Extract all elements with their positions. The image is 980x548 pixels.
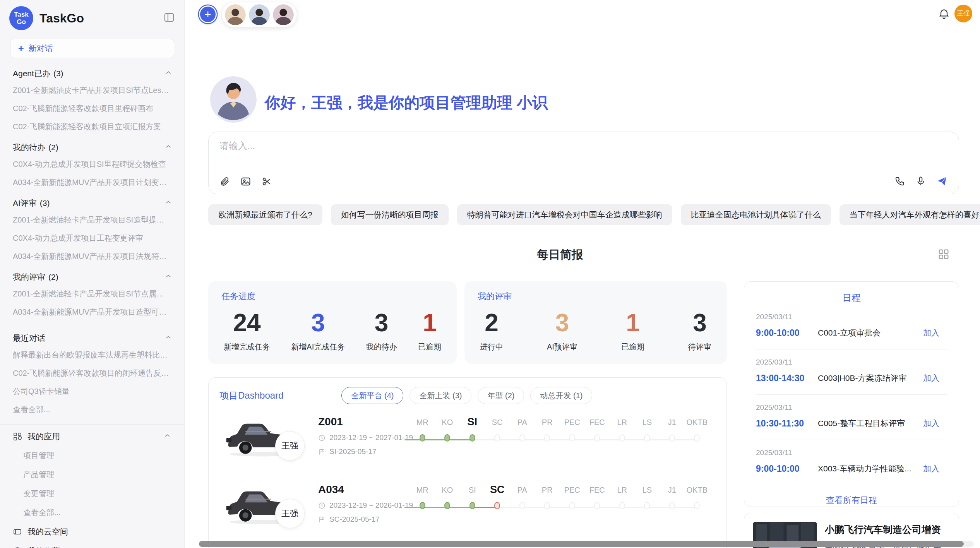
milestone-dot bbox=[619, 502, 625, 509]
sidebar-item-change-mgmt[interactable]: 变更管理 bbox=[0, 484, 184, 503]
sidebar-item-favorites[interactable]: 我的收藏 bbox=[0, 541, 184, 548]
milestone-dot bbox=[469, 434, 475, 442]
milestone-dot bbox=[569, 502, 575, 509]
scissors-icon[interactable] bbox=[261, 176, 272, 187]
chevron-up-icon[interactable] bbox=[164, 198, 173, 209]
chevron-up-icon[interactable] bbox=[164, 333, 173, 344]
milestone: OKTB bbox=[685, 483, 710, 511]
milestone: LR bbox=[610, 483, 635, 511]
chevron-up-icon[interactable] bbox=[164, 142, 173, 153]
suggestion-chip[interactable]: 特朗普可能对进口汽车增税会对中国车企造成哪些影响 bbox=[457, 204, 672, 225]
join-button[interactable]: 加入 bbox=[923, 418, 947, 429]
section-my-review[interactable]: 我的评审 (2) bbox=[0, 265, 184, 285]
tab-new-body[interactable]: 全新上装 (3) bbox=[409, 387, 471, 404]
stat-my-todo: 3我的待办 bbox=[366, 306, 397, 352]
milestone: PA bbox=[510, 416, 535, 443]
milestone: LR bbox=[610, 416, 635, 443]
assistant-avatar bbox=[210, 76, 257, 123]
suggestion-chip[interactable]: 比亚迪全固态电池计划具体说了什么 bbox=[681, 204, 831, 225]
image-icon[interactable] bbox=[240, 176, 251, 187]
sidebar-item-label: 我的应用 bbox=[27, 431, 60, 442]
list-item[interactable]: C0X4-动力总成开发项目SI里程碑提交物检查 bbox=[0, 155, 184, 173]
milestone-chain: MR KO SI SC PA PR PEC FEC LR LS J1 OKTB bbox=[410, 483, 712, 511]
sidebar-item-product-mgmt[interactable]: 产品管理 bbox=[0, 465, 184, 484]
list-item[interactable]: C02-飞腾新能源轻客改款项目里程碑画布 bbox=[0, 99, 184, 118]
list-item[interactable]: Z001-全新燃油轻卡产品开发项目SI造型提交物评审 bbox=[0, 211, 184, 229]
milestone: FEC bbox=[585, 483, 610, 511]
horizontal-scrollbar-thumb[interactable] bbox=[199, 541, 964, 547]
milestone: MR bbox=[410, 483, 435, 511]
horizontal-scrollbar-track[interactable] bbox=[199, 541, 974, 547]
list-item[interactable]: Z001-全新燃油皮卡产品开发项目SI节点Lesson Learn报告 bbox=[0, 81, 184, 99]
section-recent-chats[interactable]: 最近对话 bbox=[0, 327, 184, 346]
avatar[interactable] bbox=[273, 4, 294, 25]
section-agent-done[interactable]: Agent已办 (3) bbox=[0, 62, 184, 81]
stat-overdue: 1已逾期 bbox=[418, 306, 441, 352]
chat-input[interactable] bbox=[219, 140, 877, 167]
schedule-date: 2025/03/11 bbox=[756, 358, 947, 366]
attachment-icon[interactable] bbox=[219, 176, 230, 187]
chevron-up-icon[interactable] bbox=[164, 68, 173, 79]
send-icon[interactable] bbox=[936, 175, 948, 187]
list-item[interactable]: C02-飞腾新能源轻客改款项目立项汇报方案 bbox=[0, 118, 184, 136]
user-avatar-label: 王强 bbox=[957, 10, 970, 18]
milestone-chain: MR KO SI SC PA PR PEC FEC LR LS J1 OKTB bbox=[410, 416, 712, 443]
project-row[interactable]: 王强 Z001 2023-12-19 ~ 2027-01-19 SI-2025-… bbox=[209, 413, 727, 478]
milestone-dot bbox=[569, 434, 575, 442]
view-all-chats[interactable]: 查看全部... bbox=[0, 401, 184, 419]
list-item[interactable]: Z001-全新燃油轻卡产品开发项目SI节点属性5D文件评审 bbox=[0, 285, 184, 303]
milestone: PR bbox=[535, 483, 560, 511]
new-conversation-button[interactable]: + bbox=[199, 5, 217, 23]
chevron-up-icon[interactable] bbox=[164, 272, 173, 283]
milestone-dot bbox=[619, 434, 625, 442]
stat-ai-prereview: 3AI预评审 bbox=[547, 306, 577, 352]
join-button[interactable]: 加入 bbox=[923, 463, 947, 474]
phone-icon[interactable] bbox=[894, 176, 905, 187]
chevron-up-icon[interactable] bbox=[163, 432, 171, 442]
list-item[interactable]: A034-全新新能源MUV产品开发项目法规符合性评审 bbox=[0, 247, 184, 265]
star-badge-icon bbox=[13, 546, 22, 548]
tab-new-platform[interactable]: 全新平台 (4) bbox=[341, 387, 403, 404]
schedule-event-title: C001-立项审批会 bbox=[818, 327, 918, 338]
list-item[interactable]: C0X4-动力总成开发项目工程变更评审 bbox=[0, 229, 184, 247]
new-chat-button[interactable]: + 新对话 bbox=[10, 39, 174, 58]
project-row[interactable]: 王强 A034 2023-12-19 ~ 2026-01-19 SC-2025-… bbox=[209, 480, 727, 546]
schedule-date: 2025/03/11 bbox=[756, 403, 947, 412]
suggestion-chip[interactable]: 如何写一份清晰的项目周报 bbox=[331, 204, 449, 225]
milestone-dot bbox=[694, 434, 700, 442]
sidebar-collapse-icon[interactable] bbox=[163, 12, 175, 25]
apps-grid-icon bbox=[13, 432, 22, 441]
list-item[interactable]: A034-全新新能源MUV产品开发项目计划变更表编写 bbox=[0, 173, 184, 192]
sidebar-item-my-apps[interactable]: 我的应用 bbox=[0, 427, 184, 446]
view-all-schedule-link[interactable]: 查看所有日程 bbox=[744, 485, 959, 507]
sidebar-item-project-mgmt[interactable]: 项目管理 bbox=[0, 446, 184, 465]
sidebar-item-cloud-space[interactable]: 我的云空间 bbox=[0, 522, 184, 541]
join-button[interactable]: 加入 bbox=[923, 327, 947, 338]
avatar[interactable] bbox=[225, 4, 246, 25]
avatar[interactable] bbox=[249, 4, 270, 25]
milestone-dot bbox=[469, 502, 475, 509]
milestone: LS bbox=[635, 416, 660, 443]
section-ai-review[interactable]: AI评审 (3) bbox=[0, 192, 184, 211]
milestone: PEC bbox=[560, 416, 585, 443]
view-all-apps[interactable]: 查看全部... bbox=[0, 503, 184, 522]
tab-model-year[interactable]: 年型 (2) bbox=[478, 387, 524, 404]
microphone-icon[interactable] bbox=[915, 176, 926, 187]
list-item[interactable]: 公司Q3轻卡销量 bbox=[0, 382, 184, 401]
tab-powertrain[interactable]: 动总开发 (1) bbox=[530, 387, 592, 404]
section-my-todo[interactable]: 我的待办 (2) bbox=[0, 136, 184, 155]
schedule-event-title: C005-整车工程目标评审 bbox=[818, 418, 918, 429]
sidebar: Task Go TaskGo + 新对话 Agent已办 (3) Z001-全新… bbox=[0, 0, 185, 548]
milestone-dot bbox=[694, 502, 700, 509]
list-item[interactable]: C02-飞腾新能源轻客改款项目的闭环通告反馈情况 bbox=[0, 364, 184, 382]
list-item[interactable]: A034-全新新能源MUV产品开发项目造型可行性评审 bbox=[0, 303, 184, 321]
milestone-dot bbox=[644, 434, 650, 442]
user-avatar[interactable]: 王强 bbox=[954, 5, 972, 22]
suggestion-chip[interactable]: 当下年轻人对汽车外观有怎样的喜好趋势 bbox=[840, 204, 980, 225]
card-title: 任务进度 bbox=[221, 291, 444, 302]
suggestion-chip[interactable]: 欧洲新规最近颁布了什么? bbox=[208, 204, 322, 225]
join-button[interactable]: 加入 bbox=[923, 373, 947, 384]
notification-bell-icon[interactable] bbox=[938, 8, 950, 22]
layout-grid-icon[interactable] bbox=[937, 248, 950, 262]
list-item[interactable]: 解释最新出台的欧盟报废车法规再生塑料比例被调至15%... bbox=[0, 346, 184, 364]
